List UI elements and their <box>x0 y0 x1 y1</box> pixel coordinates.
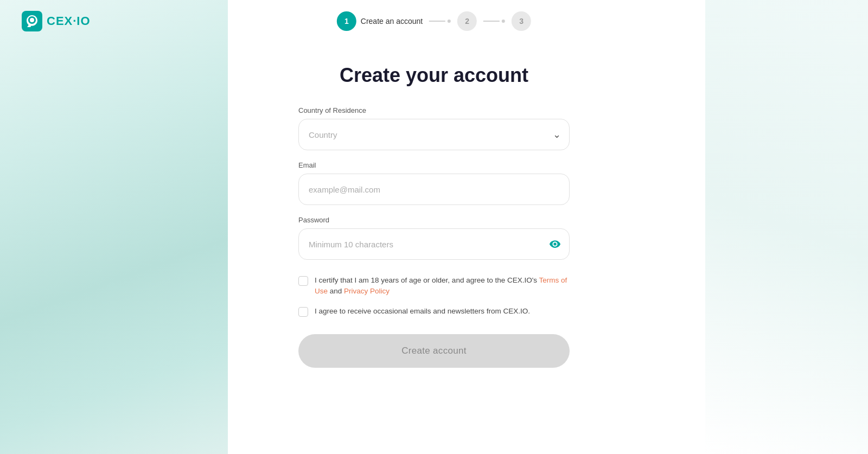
steps-indicator: 1 Create an account 2 3 <box>337 11 531 31</box>
page-title: Create your account <box>340 64 528 87</box>
logo-cex: CEX <box>47 14 73 28</box>
terms-checkbox-group: I certify that I am 18 years of age or o… <box>298 275 570 297</box>
step-1: 1 Create an account <box>337 11 423 31</box>
step-connector-2 <box>483 20 505 23</box>
newsletter-checkbox[interactable] <box>298 307 308 317</box>
privacy-policy-link[interactable]: Privacy Policy <box>344 287 390 295</box>
terms-checkbox[interactable] <box>298 276 308 286</box>
eye-icon <box>549 238 561 250</box>
step-1-circle: 1 <box>337 11 356 31</box>
step-2: 2 <box>457 11 477 31</box>
create-account-button[interactable]: Create account <box>298 334 570 368</box>
country-select[interactable]: Country United States United Kingdom Can… <box>298 119 570 150</box>
connector-line-1 <box>429 21 445 22</box>
checkboxes-section: I certify that I am 18 years of age or o… <box>298 275 570 325</box>
logo-io: ·IO <box>73 14 90 28</box>
logo: CEX·IO <box>22 11 91 31</box>
email-field-group: Email <box>298 161 570 205</box>
password-input[interactable] <box>298 228 570 260</box>
newsletter-checkbox-group: I agree to receive occasional emails and… <box>298 306 570 317</box>
main-content: Create your account Country of Residence… <box>0 42 868 368</box>
header: CEX·IO 1 Create an account 2 3 <box>0 0 868 42</box>
svg-point-1 <box>30 18 34 22</box>
country-label: Country of Residence <box>298 106 570 114</box>
password-label: Password <box>298 216 570 224</box>
step-connector-1 <box>429 20 451 23</box>
form-container: Country of Residence Country United Stat… <box>298 106 570 368</box>
terms-label: I certify that I am 18 years of age or o… <box>315 275 570 297</box>
connector-dot-1 <box>448 20 451 23</box>
password-input-wrapper <box>298 228 570 260</box>
password-toggle-button[interactable] <box>549 238 561 250</box>
step-1-label: Create an account <box>361 17 423 25</box>
email-label: Email <box>298 161 570 169</box>
logo-icon <box>22 11 42 31</box>
step-3-circle: 3 <box>512 11 531 31</box>
logo-text: CEX·IO <box>47 14 91 28</box>
step-2-circle: 2 <box>457 11 477 31</box>
page-container: CEX·IO 1 Create an account 2 3 <box>0 0 868 454</box>
connector-dot-2 <box>502 20 505 23</box>
email-input[interactable] <box>298 174 570 205</box>
newsletter-label: I agree to receive occasional emails and… <box>315 306 530 317</box>
terms-and-text: and <box>328 287 344 295</box>
password-field-group: Password <box>298 216 570 260</box>
step-3: 3 <box>512 11 531 31</box>
terms-text: I certify that I am 18 years of age or o… <box>315 276 539 284</box>
country-field-group: Country of Residence Country United Stat… <box>298 106 570 150</box>
country-select-wrapper: Country United States United Kingdom Can… <box>298 119 570 150</box>
connector-line-2 <box>483 21 500 22</box>
